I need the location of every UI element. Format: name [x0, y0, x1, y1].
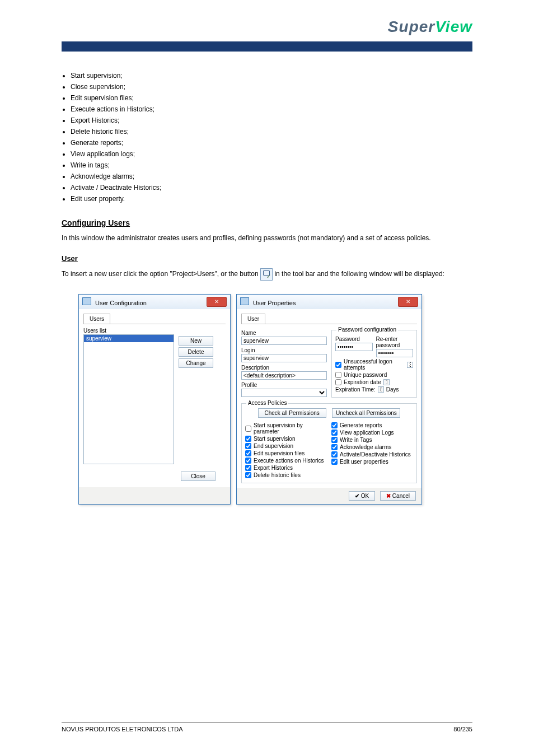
policy-row: Edit user properties — [331, 459, 413, 465]
expdate-checkbox[interactable] — [335, 379, 341, 385]
window-icon — [82, 297, 91, 305]
policy-checkbox[interactable] — [331, 437, 338, 443]
list-item: Execute actions in Historics; — [71, 105, 472, 113]
login-field[interactable] — [241, 354, 327, 362]
policy-checkbox[interactable] — [245, 465, 251, 471]
cancel-label: Cancel — [392, 493, 410, 499]
x-icon: ✖ — [386, 493, 391, 499]
list-item: Write in tags; — [71, 161, 472, 169]
policy-checkbox[interactable] — [245, 436, 251, 442]
policy-row: Generate reports — [331, 422, 413, 428]
user-config-window: User Configuration ✕ Users Users list su… — [78, 294, 231, 505]
policy-checkbox[interactable] — [245, 458, 251, 464]
unsuccessful-field[interactable] — [407, 362, 413, 368]
policy-checkbox[interactable] — [245, 472, 251, 478]
policy-label: Execute actions on Historics — [254, 458, 324, 464]
name-label: Name — [241, 330, 327, 336]
close-icon[interactable]: ✕ — [207, 297, 227, 307]
policy-checkbox[interactable] — [331, 422, 338, 428]
policy-checkbox[interactable] — [331, 459, 338, 465]
list-item: Close supervision; — [71, 83, 472, 91]
policy-label: Generate reports — [340, 422, 382, 428]
list-item: Start supervision; — [71, 72, 472, 80]
ok-button[interactable]: ✔ OK — [349, 491, 375, 501]
policy-row: Export Historics — [245, 465, 327, 471]
profile-select[interactable] — [241, 389, 327, 397]
policy-row: Edit supervision files — [245, 450, 327, 456]
close-icon[interactable]: ✕ — [398, 297, 418, 307]
list-item[interactable]: superview — [84, 335, 174, 342]
change-button[interactable]: Change — [179, 358, 213, 368]
list-item: View application logs; — [71, 150, 472, 158]
subsection-title: User — [62, 254, 472, 263]
window-title-text: User Configuration — [95, 300, 147, 306]
list-item: Acknowledge alarms; — [71, 172, 472, 180]
policy-checkbox[interactable] — [331, 444, 338, 450]
howto-a: To insert a new user click the option "P… — [62, 270, 260, 278]
desc-field[interactable] — [241, 371, 327, 380]
window-icon — [240, 297, 249, 305]
footer-right: 80/235 — [453, 726, 472, 732]
policy-label: Start supervision by parameter — [254, 422, 327, 435]
policy-row: Start supervision by parameter — [245, 422, 327, 435]
days-label: Days — [386, 386, 399, 393]
list-item: Delete historic files; — [71, 128, 472, 136]
delete-button[interactable]: Delete — [179, 347, 213, 357]
policy-label: Export Historics — [254, 465, 293, 471]
policy-row: View application Logs — [331, 430, 413, 436]
policy-row: Delete historic files — [245, 472, 327, 478]
logo-post: View — [435, 18, 472, 35]
desc-label: Description — [241, 365, 327, 371]
policy-row: Activate/Deactivate Historics — [331, 451, 413, 458]
user-properties-window: User Properties ✕ User Name Login Descri… — [236, 294, 422, 505]
repwd-label: Re-enter password — [376, 336, 414, 348]
users-listbox[interactable]: superview — [83, 334, 174, 464]
check-all-button[interactable]: Check all Permissions — [258, 408, 326, 418]
policy-label: End supervision — [254, 443, 293, 449]
tab-users[interactable]: Users — [83, 314, 110, 324]
unique-pwd-label: Unique password — [344, 372, 387, 378]
name-field[interactable] — [241, 337, 327, 345]
pwd-label: Password — [335, 336, 373, 342]
policy-checkbox[interactable] — [331, 451, 338, 458]
window-title: User Configuration — [82, 297, 147, 306]
pwd-group-title: Password configuration — [336, 326, 398, 333]
policy-label: Write in Tags — [340, 437, 372, 443]
new-button[interactable]: New — [179, 336, 213, 346]
users-list-label: Users list — [83, 328, 226, 334]
header-divider — [62, 41, 472, 52]
tab-user[interactable]: User — [241, 314, 265, 324]
policy-row: Execute actions on Historics — [245, 458, 327, 464]
policies-group-title: Access Policies — [246, 400, 288, 406]
section-title: Configuring Users — [62, 218, 472, 227]
uncheck-all-button[interactable]: Uncheck all Permissions — [332, 408, 400, 418]
password-field[interactable] — [335, 343, 373, 351]
profile-label: Profile — [241, 382, 327, 388]
list-item: Generate reports; — [71, 139, 472, 147]
unsuccessful-label: Unsuccessful logon attempts — [344, 358, 405, 371]
unique-pwd-checkbox[interactable] — [335, 372, 341, 378]
expdate-field — [383, 379, 390, 385]
close-button[interactable]: Close — [181, 472, 216, 481]
policy-checkbox[interactable] — [245, 443, 251, 449]
exptime-label: Expiration Time: — [335, 386, 376, 393]
window-title-text: User Properties — [253, 300, 296, 306]
login-label: Login — [241, 347, 327, 353]
policy-checkbox[interactable] — [331, 430, 338, 436]
policy-checkbox[interactable] — [245, 426, 251, 432]
unsuccessful-checkbox[interactable] — [335, 362, 341, 368]
brand-logo: SuperView — [0, 0, 534, 41]
list-item: Export Historics; — [71, 116, 472, 124]
policy-checkbox[interactable] — [245, 450, 251, 456]
reenter-password-field[interactable] — [376, 349, 414, 357]
expdate-label: Expiration date — [344, 379, 381, 385]
policy-row: Acknowledge alarms — [331, 444, 413, 450]
window-title: User Properties — [240, 297, 296, 306]
cancel-button[interactable]: ✖ Cancel — [380, 491, 416, 501]
intro-text: In this window the administrator creates… — [62, 233, 472, 243]
ok-label: OK — [361, 493, 369, 499]
users-toolbar-icon — [260, 268, 273, 281]
policy-label: Activate/Deactivate Historics — [340, 451, 411, 458]
howto-b: in the tool bar and the following window… — [274, 270, 444, 278]
logo-pre: Super — [388, 18, 435, 35]
